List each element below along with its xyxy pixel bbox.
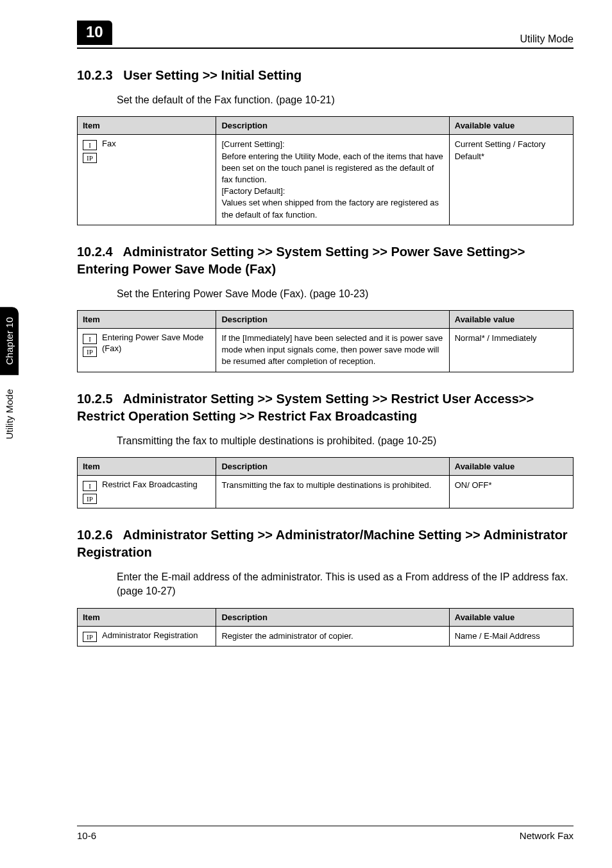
section-heading: 10.2.3 User Setting >> Initial Setting xyxy=(77,67,574,84)
item-avail: ON/ OFF* xyxy=(449,476,573,508)
section-number: 10.2.3 xyxy=(77,68,113,82)
section-title: User Setting >> Initial Setting xyxy=(123,68,302,82)
mode-i-icon: I xyxy=(83,140,97,150)
mode-i-icon: I xyxy=(83,334,97,344)
item-label: Fax xyxy=(102,139,116,150)
section-heading: 10.2.5 Administrator Setting >> System S… xyxy=(77,390,574,425)
section-number: 10.2.5 xyxy=(77,392,113,406)
footer-page-number: 10-6 xyxy=(77,830,96,841)
table-row: I IP Entering Power Save Mode (Fax) If t… xyxy=(78,329,574,372)
section-title: Administrator Setting >> System Setting … xyxy=(77,392,534,423)
item-desc: Register the administrator of copier. xyxy=(216,626,449,646)
item-label: Restrict Fax Broadcasting xyxy=(102,480,198,490)
section-heading: 10.2.4 Administrator Setting >> System S… xyxy=(77,243,574,278)
section-number: 10.2.6 xyxy=(77,528,113,542)
spec-table: Item Description Available value I IP Fa… xyxy=(77,116,574,225)
th-avail: Available value xyxy=(449,608,573,626)
th-item: Item xyxy=(78,311,216,329)
mode-i-icon: I xyxy=(83,481,97,491)
side-mode-label: Utility Mode xyxy=(1,386,17,442)
th-desc: Description xyxy=(216,458,449,476)
th-item: Item xyxy=(78,117,216,135)
item-desc: Transmitting the fax to multiple destina… xyxy=(216,476,449,508)
spec-table: Item Description Available value I IP Re… xyxy=(77,457,574,508)
mode-ip-icon: IP xyxy=(83,153,97,163)
th-avail: Available value xyxy=(449,311,573,329)
section-title: Administrator Setting >> Administrator/M… xyxy=(77,528,568,559)
spec-table: Item Description Available value I IP En… xyxy=(77,310,574,372)
section-intro: Set the Entering Power Save Mode (Fax). … xyxy=(117,287,574,301)
section-number: 10.2.4 xyxy=(77,245,113,259)
th-item: Item xyxy=(78,608,216,626)
mode-ip-icon: IP xyxy=(83,632,97,642)
section-intro: Enter the E-mail address of the administ… xyxy=(117,570,574,599)
side-tab: Chapter 10 Utility Mode xyxy=(0,307,19,442)
th-desc: Description xyxy=(216,117,449,135)
item-desc: If the [Immediately] have been selected … xyxy=(216,329,449,372)
footer-doc-title: Network Fax xyxy=(520,830,574,841)
th-desc: Description xyxy=(216,311,449,329)
th-avail: Available value xyxy=(449,458,573,476)
mode-ip-icon: IP xyxy=(83,494,97,504)
section-intro: Transmitting the fax to multiple destina… xyxy=(117,434,574,448)
table-row: I IP Restrict Fax Broadcasting Transmitt… xyxy=(78,476,574,508)
table-row: IP Administrator Registration Register t… xyxy=(78,626,574,646)
item-avail: Name / E-Mail Address xyxy=(449,626,573,646)
item-label: Entering Power Save Mode (Fax) xyxy=(102,333,210,354)
item-label: Administrator Registration xyxy=(102,630,198,641)
side-chapter-label: Chapter 10 xyxy=(0,307,19,375)
section-title: Administrator Setting >> System Setting … xyxy=(77,245,525,276)
item-desc: [Current Setting]: Before entering the U… xyxy=(216,135,449,225)
header-utility-label: Utility Mode xyxy=(520,33,574,45)
table-row: I IP Fax [Current Setting]: Before enter… xyxy=(78,135,574,225)
item-avail: Normal* / Immediately xyxy=(449,329,573,372)
th-desc: Description xyxy=(216,608,449,626)
spec-table: Item Description Available value IP Admi… xyxy=(77,608,574,647)
section-heading: 10.2.6 Administrator Setting >> Administ… xyxy=(77,526,574,561)
th-avail: Available value xyxy=(449,117,573,135)
chapter-number-box: 10 xyxy=(77,21,112,45)
th-item: Item xyxy=(78,458,216,476)
item-avail: Current Setting / Factory Default* xyxy=(449,135,573,225)
section-intro: Set the default of the Fax function. (pa… xyxy=(117,93,574,107)
mode-ip-icon: IP xyxy=(83,347,97,357)
